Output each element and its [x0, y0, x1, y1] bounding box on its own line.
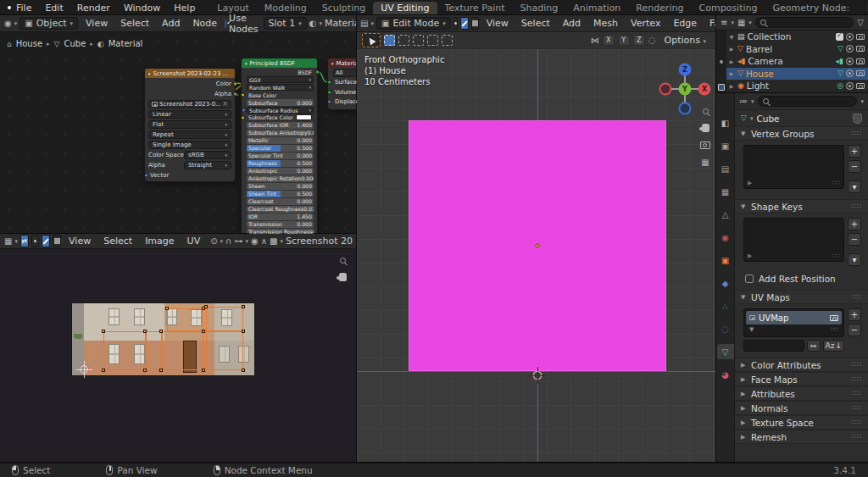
panel-grip-icon[interactable]: ∷∷: [852, 404, 862, 412]
image-name[interactable]: Screenshot 20: [286, 236, 353, 247]
properties-panel-header[interactable]: ▶ Remesh ∷∷: [735, 430, 868, 444]
vertex-group-specials-button[interactable]: ▾: [848, 180, 861, 193]
mirror-y-button[interactable]: Y: [618, 35, 630, 46]
disable-render-icon[interactable]: [856, 70, 865, 76]
panel-grip-icon[interactable]: ∷∷: [852, 419, 862, 426]
sort-alphabetical-button[interactable]: Az↓: [823, 340, 844, 352]
input-socket[interactable]: [327, 90, 331, 94]
properties-panel-header[interactable]: ▶ Attributes ∷∷: [735, 386, 868, 401]
expand-arrow-icon[interactable]: ▼: [728, 34, 735, 40]
vector-socket[interactable]: [144, 173, 148, 177]
tab-object[interactable]: ▣: [717, 252, 734, 268]
uv-vertex[interactable]: [242, 305, 245, 308]
node-dropdown-row[interactable]: Flat: [148, 120, 231, 130]
remove-shape-key-button[interactable]: −: [848, 233, 861, 246]
bsdf-input-row[interactable]: Subsurface IOR 1.400: [247, 122, 314, 129]
hide-eye-icon[interactable]: [846, 58, 854, 65]
disable-render-icon[interactable]: [856, 58, 865, 64]
editor-type-icon[interactable]: ≡: [721, 19, 727, 27]
hide-eye-icon[interactable]: [846, 69, 854, 77]
bsdf-input-row[interactable]: Sheen Tint 0.500: [247, 191, 314, 197]
select-subtract-tool-button[interactable]: [413, 35, 424, 46]
uv-vertex[interactable]: [202, 330, 205, 333]
uv-vertex[interactable]: [102, 369, 105, 372]
panel-grip-icon[interactable]: ∷∷: [852, 361, 862, 369]
shader-type-dropdown[interactable]: ▣ Object ▾: [19, 17, 78, 30]
uv-face-outline[interactable]: [103, 331, 203, 370]
tab-view-layer[interactable]: ▦: [717, 184, 734, 199]
menubar-item[interactable]: Render: [71, 3, 116, 14]
select-extend-tool-button[interactable]: [398, 35, 409, 46]
zoom-icon[interactable]: [703, 108, 709, 114]
workspace-tab[interactable]: Rendering: [628, 2, 691, 14]
expand-arrow-icon[interactable]: ▶: [728, 46, 735, 52]
panel-grip-icon[interactable]: ∷∷: [852, 433, 862, 441]
uv-vertex[interactable]: [242, 330, 245, 333]
edge-select-mode-button[interactable]: [42, 235, 50, 247]
disable-render-icon[interactable]: [856, 34, 865, 40]
tab-tool[interactable]: ◧: [717, 115, 734, 130]
outliner-row-collection[interactable]: ▼ ▤ Collection: [726, 31, 868, 43]
vertex-select-mode-button[interactable]: [453, 17, 458, 30]
uv-vertex[interactable]: [159, 369, 163, 372]
outliner-search-input[interactable]: [755, 17, 854, 28]
bsdf-input-row[interactable]: Anisotropic 0.000: [247, 168, 314, 175]
face-select-mode-button[interactable]: [53, 235, 61, 247]
uv-vertex[interactable]: [143, 330, 147, 333]
hide-eye-icon[interactable]: [846, 82, 854, 90]
uv-vertex[interactable]: [102, 330, 105, 333]
filter-icon[interactable]: ▽: [857, 19, 864, 27]
target-dropdown[interactable]: All: [333, 69, 357, 77]
workspace-tab[interactable]: Geometry Node:: [765, 2, 857, 14]
outliner-row-house[interactable]: ▶ ▽ House ▽: [726, 68, 868, 80]
uv-vertex[interactable]: [143, 369, 147, 372]
properties-panel-header[interactable]: ▶ Face Maps ∷∷: [735, 372, 868, 386]
editor-menu-item[interactable]: View: [81, 18, 113, 29]
workspace-tab[interactable]: UV Editing: [373, 2, 437, 14]
tab-modifiers[interactable]: ◆: [717, 275, 734, 291]
output-socket[interactable]: [233, 92, 237, 96]
toggle-perspective-grid-icon[interactable]: ▦: [701, 158, 709, 167]
pan-hand-icon[interactable]: [339, 273, 347, 281]
hide-eye-icon[interactable]: [846, 33, 854, 41]
bsdf-input-row[interactable]: Subsurface Color: [247, 114, 314, 121]
uv-2d-cursor[interactable]: [79, 364, 89, 374]
gizmo-x-axis[interactable]: X: [698, 83, 711, 96]
menubar-item[interactable]: Edit: [39, 3, 69, 14]
uv-edge[interactable]: [145, 331, 147, 370]
editor-menu-item[interactable]: Mesh: [588, 18, 623, 29]
properties-search-input[interactable]: [758, 96, 858, 107]
output-socket[interactable]: [233, 81, 237, 86]
node-dropdown-row[interactable]: Single Image: [148, 141, 231, 150]
uv-vertex[interactable]: [165, 307, 169, 310]
uv-vertex[interactable]: [202, 369, 205, 372]
slot-dropdown[interactable]: Slot 1 ▾: [264, 17, 307, 30]
menubar-item[interactable]: File: [10, 3, 37, 14]
falloff-icon[interactable]: ∧: [261, 237, 267, 246]
grip-icon[interactable]: ∷∷: [832, 180, 840, 186]
uv-face-outline[interactable]: [206, 307, 243, 331]
disable-render-icon[interactable]: [856, 83, 865, 89]
color-space-row[interactable]: Color Space sRGB: [148, 151, 231, 160]
uv-face-outline[interactable]: [167, 308, 203, 331]
bsdf-input-row[interactable]: Sheen 0.000: [247, 183, 314, 190]
outliner-row-barrel[interactable]: ▶ ▽ Barrel ▽: [726, 43, 868, 56]
bsdf-input-row[interactable]: Metallic 0.000: [247, 137, 314, 144]
menubar-item[interactable]: Help: [168, 3, 201, 14]
tab-material[interactable]: ◕: [717, 367, 734, 382]
bsdf-input-row[interactable]: Clearcoat 0.000: [247, 198, 314, 205]
select-box-tool-button[interactable]: [384, 35, 395, 46]
shape-key-specials-button[interactable]: ▾: [848, 253, 861, 266]
bsdf-input-row[interactable]: Subsurface 0.000: [247, 99, 314, 106]
uvmap-list-item[interactable]: UVMap: [746, 311, 842, 324]
node-header[interactable]: ▾ Principled BSDF: [242, 58, 317, 68]
editor-menu-item[interactable]: View: [64, 236, 96, 247]
add-vertex-group-button[interactable]: +: [848, 145, 861, 158]
outliner-row-camera[interactable]: ▶ ◂▮ Camera ◂▮: [726, 55, 868, 68]
editor-menu-item[interactable]: Add: [157, 18, 185, 29]
vertex-groups-panel-header[interactable]: ▼ Vertex Groups ∷∷: [735, 126, 868, 141]
grip-icon[interactable]: ∷∷: [832, 252, 840, 259]
gizmo-z-neg-axis[interactable]: [679, 103, 692, 115]
workspace-tab[interactable]: Compositing: [692, 2, 765, 14]
options-dropdown[interactable]: Options ▾: [659, 35, 711, 46]
